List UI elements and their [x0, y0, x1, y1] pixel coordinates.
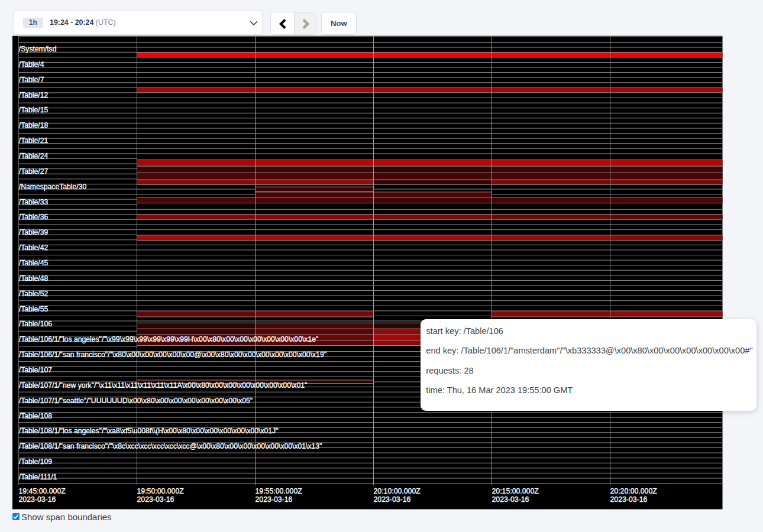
svg-text:19:50:00.000Z: 19:50:00.000Z	[137, 487, 185, 495]
svg-text:/Table/18: /Table/18	[19, 121, 49, 129]
svg-text:/Table/21: /Table/21	[19, 137, 49, 145]
svg-text:/Table/108/1/"los angeles"/"\x: /Table/108/1/"los angeles"/"\xa8\xf5\u00…	[19, 427, 279, 435]
svg-text:2023-03-16: 2023-03-16	[610, 495, 648, 504]
svg-text:19:55:00.000Z: 19:55:00.000Z	[256, 487, 303, 495]
svg-text:/Table/52: /Table/52	[19, 290, 49, 298]
svg-text:/Table/55: /Table/55	[19, 305, 49, 313]
svg-text:/Table/108/1/"san francisco"/": /Table/108/1/"san francisco"/"\x8c\xcc\x…	[19, 442, 322, 450]
svg-text:2023-03-16: 2023-03-16	[137, 495, 174, 504]
svg-text:/Table/24: /Table/24	[19, 152, 49, 160]
svg-text:/Table/7: /Table/7	[19, 76, 44, 84]
svg-text:/Table/107/1/"seattle"/"UUUUUU: /Table/107/1/"seattle"/"UUUUUUD\x00\x80\…	[19, 397, 253, 405]
svg-text:/Table/45: /Table/45	[19, 259, 49, 267]
svg-text:/Table/107/1/"new york"/"\x11\: /Table/107/1/"new york"/"\x11\x11\x11\x1…	[19, 381, 308, 390]
svg-text:/Table/106/1/"san francisco"/": /Table/106/1/"san francisco"/"\x80\x00\x…	[19, 351, 326, 359]
svg-text:/Table/108: /Table/108	[19, 412, 52, 420]
svg-text:/Table/48: /Table/48	[19, 274, 49, 283]
svg-text:/Table/109: /Table/109	[19, 458, 52, 466]
svg-text:/Table/39: /Table/39	[19, 228, 49, 236]
svg-text:20:15:00.000Z: 20:15:00.000Z	[492, 487, 539, 495]
svg-text:/Table/111/1: /Table/111/1	[19, 473, 57, 481]
svg-text:/Table/107: /Table/107	[19, 366, 52, 374]
svg-text:20:20:00.000Z: 20:20:00.000Z	[610, 487, 658, 495]
svg-text:/NamespaceTable/30: /NamespaceTable/30	[19, 183, 87, 191]
svg-text:/Table/4: /Table/4	[19, 60, 44, 69]
svg-text:2023-03-16: 2023-03-16	[492, 495, 529, 504]
svg-text:2023-03-16: 2023-03-16	[374, 495, 411, 504]
svg-text:/Table/42: /Table/42	[19, 244, 49, 252]
svg-text:/Table/106: /Table/106	[19, 320, 52, 328]
svg-text:2023-03-16: 2023-03-16	[256, 495, 293, 504]
svg-text:/Table/106/1/"los angeles"/"\x: /Table/106/1/"los angeles"/"\x99\x99\x99…	[19, 335, 318, 343]
svg-text:/Table/27: /Table/27	[19, 167, 49, 176]
svg-text:/Table/33: /Table/33	[19, 198, 49, 206]
svg-text:/Table/36: /Table/36	[19, 213, 49, 221]
svg-text:/System/tsd: /System/tsd	[19, 45, 57, 53]
svg-text:/Table/15: /Table/15	[19, 106, 49, 114]
svg-text:19:45:00.000Z: 19:45:00.000Z	[19, 487, 66, 495]
svg-text:20:10:00.000Z: 20:10:00.000Z	[374, 487, 421, 495]
svg-text:2023-03-16: 2023-03-16	[19, 495, 56, 504]
svg-text:/Table/12: /Table/12	[19, 91, 49, 99]
